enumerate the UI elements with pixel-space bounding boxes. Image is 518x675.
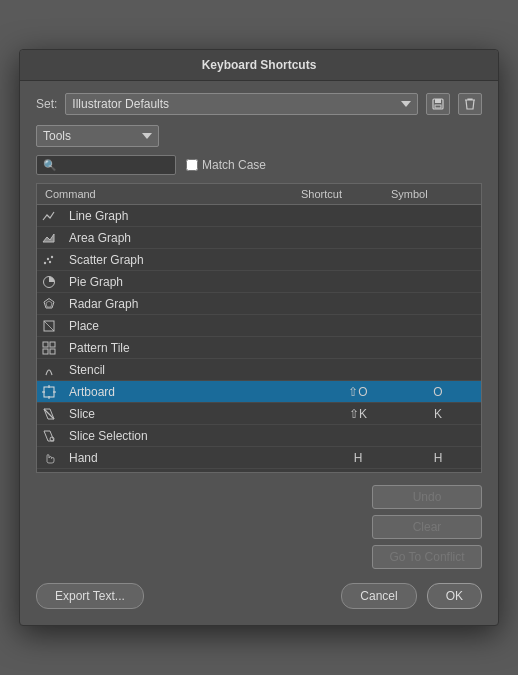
delete-set-button[interactable]: [458, 93, 482, 115]
row-label: Stencil: [65, 363, 313, 377]
table-row[interactable]: Radar Graph: [37, 293, 481, 315]
svg-point-7: [49, 260, 51, 262]
table-row[interactable]: Slice Selection: [37, 425, 481, 447]
svg-point-5: [47, 257, 49, 259]
area-graph-icon: [41, 230, 57, 246]
line-graph-icon: [41, 208, 57, 224]
pie-graph-icon: [41, 274, 57, 290]
row-label: Radar Graph: [65, 297, 313, 311]
toolbar-row: Tools Menu Commands: [36, 125, 482, 147]
table-row[interactable]: Pattern Tile: [37, 337, 481, 359]
match-case-checkbox[interactable]: [186, 159, 198, 171]
table-row[interactable]: Area Graph: [37, 227, 481, 249]
column-shortcut: Shortcut: [301, 188, 391, 200]
slice-selection-icon: [41, 428, 57, 444]
set-select[interactable]: Illustrator Defaults Custom: [65, 93, 418, 115]
svg-rect-15: [43, 349, 48, 354]
export-text-button[interactable]: Export Text...: [36, 583, 144, 609]
match-case-text: Match Case: [202, 158, 266, 172]
row-symbol: O: [403, 385, 473, 399]
ok-button[interactable]: OK: [427, 583, 482, 609]
set-label: Set:: [36, 97, 57, 111]
row-label: Slice Selection: [65, 429, 313, 443]
row-label: Scatter Graph: [65, 253, 313, 267]
search-box: 🔍: [36, 155, 176, 175]
row-label: Line Graph: [65, 209, 313, 223]
table-row[interactable]: Slice ⇧K K: [37, 403, 481, 425]
table-header: Command Shortcut Symbol: [37, 184, 481, 205]
clear-button[interactable]: Clear: [372, 515, 482, 539]
dialog-body: Set: Illustrator Defaults Custom: [20, 81, 498, 625]
actions-section: Undo Clear Go To Conflict: [36, 485, 482, 569]
svg-point-4: [44, 261, 46, 263]
table-row[interactable]: Stencil: [37, 359, 481, 381]
svg-rect-1: [435, 99, 441, 103]
table-row[interactable]: Scatter Graph: [37, 249, 481, 271]
search-row: 🔍 Match Case: [36, 155, 482, 175]
match-case-label[interactable]: Match Case: [186, 158, 266, 172]
table-row[interactable]: Hand H H: [37, 447, 481, 469]
dialog-title: Keyboard Shortcuts: [20, 50, 498, 81]
artboard-icon: [41, 384, 57, 400]
table-row[interactable]: Pie Graph: [37, 271, 481, 293]
svg-rect-2: [435, 105, 441, 108]
row-label: Slice: [65, 407, 313, 421]
svg-rect-14: [50, 342, 55, 347]
search-input[interactable]: [61, 158, 169, 172]
slice-icon: [41, 406, 57, 422]
column-symbol: Symbol: [391, 188, 461, 200]
table-row[interactable]: Place: [37, 315, 481, 337]
row-symbol: H: [403, 451, 473, 465]
row-label: Artboard: [65, 385, 313, 399]
table-row-artboard[interactable]: Artboard ⇧O O: [37, 381, 481, 403]
row-label: Pattern Tile: [65, 341, 313, 355]
row-label: Place: [65, 319, 313, 333]
pattern-tile-icon: [41, 340, 57, 356]
svg-line-12: [44, 321, 54, 331]
footer-row: Export Text... Cancel OK: [36, 583, 482, 613]
row-shortcut: ⇧K: [313, 407, 403, 421]
undo-button[interactable]: Undo: [372, 485, 482, 509]
search-icon: 🔍: [43, 159, 57, 172]
row-label: Hand: [65, 451, 313, 465]
go-to-conflict-button[interactable]: Go To Conflict: [372, 545, 482, 569]
svg-rect-13: [43, 342, 48, 347]
svg-rect-17: [44, 387, 54, 397]
stencil-icon: [41, 362, 57, 378]
radar-graph-icon: [41, 296, 57, 312]
cancel-button[interactable]: Cancel: [341, 583, 416, 609]
row-label: Pie Graph: [65, 275, 313, 289]
set-row: Set: Illustrator Defaults Custom: [36, 93, 482, 115]
hand-icon: [41, 450, 57, 466]
scatter-graph-icon: [41, 252, 57, 268]
svg-rect-16: [50, 349, 55, 354]
shortcuts-table: Command Shortcut Symbol Line Graph: [36, 183, 482, 473]
svg-marker-10: [46, 301, 52, 307]
svg-marker-9: [44, 298, 54, 308]
keyboard-shortcuts-dialog: Keyboard Shortcuts Set: Illustrator Defa…: [19, 49, 499, 626]
row-shortcut: H: [313, 451, 403, 465]
svg-point-6: [51, 255, 53, 257]
row-label: Area Graph: [65, 231, 313, 245]
row-symbol: K: [403, 407, 473, 421]
footer-right: Cancel OK: [341, 583, 482, 609]
column-command: Command: [45, 188, 301, 200]
place-icon: [41, 318, 57, 334]
row-shortcut: ⇧O: [313, 385, 403, 399]
save-set-button[interactable]: [426, 93, 450, 115]
svg-marker-3: [43, 234, 54, 242]
tools-select[interactable]: Tools Menu Commands: [36, 125, 159, 147]
scrollbar-space: [461, 188, 473, 200]
table-row[interactable]: Line Graph: [37, 205, 481, 227]
table-body[interactable]: Line Graph Area Graph: [37, 205, 481, 469]
